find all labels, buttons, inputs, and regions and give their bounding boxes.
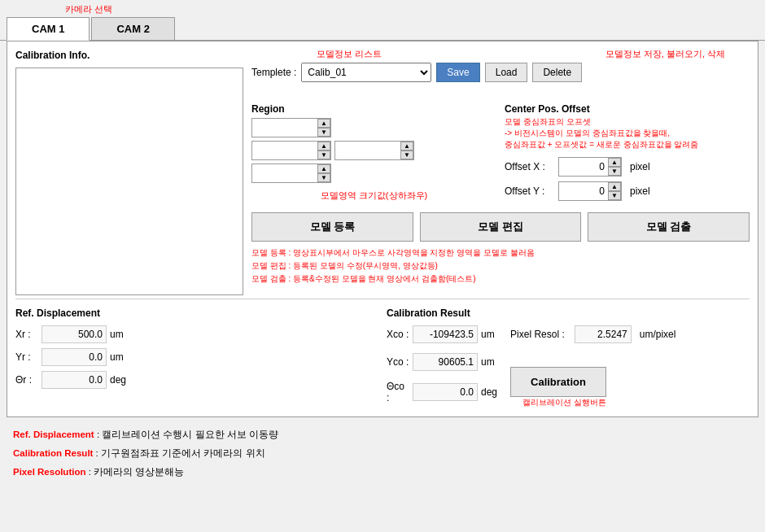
center-offset-section: Center Pos. Offset 모델 중심좌표의 오프셋 -> 비전시스템… (505, 103, 750, 206)
tab-cam1[interactable]: CAM 1 (7, 17, 90, 41)
calib-result-title: Calibration Result (387, 307, 750, 319)
region-input-group-3: ▲ ▼ (334, 141, 414, 160)
footer-line2-bold: Calibration Result (13, 448, 93, 458)
xco-unit: um (481, 329, 495, 340)
region-row-2: ▲ ▼ ▲ ▼ (251, 141, 496, 160)
offset-x-input[interactable] (559, 158, 608, 176)
template-label: Templete : (251, 67, 296, 78)
spin-btns-1: ▲ ▼ (317, 119, 330, 137)
yr-unit: um (110, 351, 124, 363)
oco-row: Θco : deg (387, 381, 497, 403)
model-register-button[interactable]: 모델 등록 (251, 212, 413, 242)
right-panel: 모델정보 리스트 모델정보 저장, 불러오기, 삭제 Templete : Ca… (251, 50, 750, 295)
yr-label: Yr : (15, 351, 38, 363)
action-annotation: 모델 등록 : 영상표시부에서 마우스로 사각영역을 지정한 영역을 모델로 불… (251, 246, 750, 286)
offset-y-label: Offset Y : (505, 185, 553, 197)
region-input-3[interactable] (335, 142, 400, 159)
offset-y-row: Offset Y : ▲ ▼ pixel (505, 181, 750, 201)
footer-section: Ref. Displacement : 캘리브레이션 수행시 필요한 서보 이동… (0, 417, 765, 490)
offset-y-spin-up[interactable]: ▲ (608, 182, 621, 191)
calib-info-title: Calibration Info. (15, 50, 243, 61)
offset-y-spin-down[interactable]: ▼ (608, 191, 621, 200)
middle-section: Region ▲ ▼ (251, 103, 750, 206)
yr-input[interactable] (42, 348, 107, 366)
offset-annotation: 모델 중심좌표의 오프셋 -> 비전시스템이 모델의 중심좌표값을 찾을때, 중… (505, 116, 750, 150)
calib-btn-area: Calibration 캘리브레이션 실행버튼 (510, 359, 606, 408)
spin-down-3[interactable]: ▼ (400, 150, 413, 159)
yco-row: Yco : um (387, 353, 497, 371)
spin-down-4[interactable]: ▼ (317, 173, 330, 182)
offset-y-input[interactable] (559, 182, 608, 200)
region-inputs: ▲ ▼ ▲ ▼ (251, 118, 496, 202)
calib-result-inner: Xco : um Yco : um Θco : deg (387, 325, 750, 408)
region-input-4[interactable] (252, 164, 317, 182)
offset-x-spin-up[interactable]: ▲ (608, 158, 621, 167)
region-input-2[interactable] (252, 142, 317, 159)
footer-line3: Pixel Resolution : 카메라의 영상분해능 (13, 463, 752, 482)
model-edit-button[interactable]: 모델 편집 (420, 212, 582, 242)
region-row-1: ▲ ▼ (251, 118, 496, 137)
offset-x-unit: pixel (630, 161, 650, 172)
pixel-resol-unit: um/pixel (640, 329, 676, 340)
tab-cam2[interactable]: CAM 2 (91, 17, 174, 40)
calib-result-panel: Calibration Result Xco : um Yco : um Θco… (387, 307, 750, 408)
offset-x-spin-down[interactable]: ▼ (608, 167, 621, 176)
xr-label: Xr : (15, 329, 38, 340)
load-button[interactable]: Load (485, 63, 528, 82)
main-content: Calibration Info. 모델정보 리스트 모델정보 저장, 불러오기… (7, 41, 758, 417)
calib-info-panel: Calibration Info. (15, 50, 243, 295)
xr-unit: um (110, 329, 124, 340)
pixel-resol-input[interactable] (575, 325, 632, 343)
delete-button[interactable]: Delete (532, 63, 582, 82)
spin-down-1[interactable]: ▼ (317, 128, 330, 137)
xr-input[interactable] (42, 325, 107, 343)
ref-displacement-panel: Ref. Displacement Xr : um Yr : um Θr : d… (15, 307, 378, 408)
oco-input[interactable] (413, 383, 478, 401)
footer-line1: Ref. Displacement : 캘리브레이션 수행시 필요한 서보 이동… (13, 425, 752, 444)
camera-select-label: 카메라 선택 (0, 0, 765, 17)
region-input-group-1: ▲ ▼ (251, 118, 331, 137)
or-input[interactable] (42, 371, 107, 389)
yco-input[interactable] (413, 353, 478, 371)
calibration-button[interactable]: Calibration (510, 367, 606, 397)
offset-x-row: Offset X : ▲ ▼ pixel (505, 157, 750, 177)
spin-up-1[interactable]: ▲ (317, 119, 330, 128)
offset-x-input-group: ▲ ▼ (558, 157, 622, 177)
spin-up-2[interactable]: ▲ (317, 142, 330, 150)
region-input-1[interactable] (252, 119, 317, 137)
yco-label: Yco : (387, 356, 409, 368)
xco-input[interactable] (413, 325, 478, 343)
xco-label: Xco : (387, 329, 409, 340)
template-row: Templete : Calib_01 Calib_02 Calib_03 Sa… (251, 63, 750, 82)
pixel-resol-col: Pixel Resol : um/pixel Calibration 캘리브레이… (510, 325, 675, 408)
model-area-label: 모델영역 크기값(상하좌우) (251, 190, 496, 202)
spin-up-4[interactable]: ▲ (317, 164, 330, 173)
offset-y-unit: pixel (630, 185, 650, 197)
footer-line3-rest: : 카메라의 영상분해능 (85, 467, 184, 477)
footer-line2-rest: : 기구원점좌표 기준에서 카메라의 위치 (93, 448, 264, 458)
spin-btns-3: ▲ ▼ (400, 142, 413, 159)
template-select[interactable]: Calib_01 Calib_02 Calib_03 (301, 63, 431, 82)
pixel-resol-label: Pixel Resol : (510, 329, 565, 340)
region-input-group-4: ▲ ▼ (251, 164, 331, 183)
oco-label: Θco : (387, 381, 409, 403)
calib-result-col: Xco : um Yco : um Θco : deg (387, 325, 497, 408)
tab-bar: CAM 1 CAM 2 (0, 17, 765, 41)
top-area: Calibration Info. 모델정보 리스트 모델정보 저장, 불러오기… (15, 50, 750, 295)
model-list-label: 모델정보 리스트 (317, 48, 382, 60)
xco-row: Xco : um (387, 325, 497, 343)
region-label: Region (251, 103, 496, 115)
footer-line1-bold: Ref. Displacement (13, 430, 94, 439)
footer-line3-bold: Pixel Resolution (13, 467, 85, 477)
spin-down-2[interactable]: ▼ (317, 150, 330, 159)
spin-up-3[interactable]: ▲ (400, 142, 413, 150)
offset-y-spin: ▲ ▼ (608, 182, 621, 200)
model-inspect-button[interactable]: 모델 검출 (588, 212, 750, 242)
xr-row: Xr : um (15, 325, 378, 343)
pixel-resol-row: Pixel Resol : um/pixel (510, 325, 675, 343)
ref-displacement-title: Ref. Displacement (15, 307, 378, 319)
region-row-3: ▲ ▼ (251, 164, 496, 183)
footer-line2: Calibration Result : 기구원점좌표 기준에서 카메라의 위치 (13, 444, 752, 463)
calibration-btn-label: 캘리브레이션 실행버튼 (522, 397, 606, 408)
save-button[interactable]: Save (436, 63, 479, 82)
